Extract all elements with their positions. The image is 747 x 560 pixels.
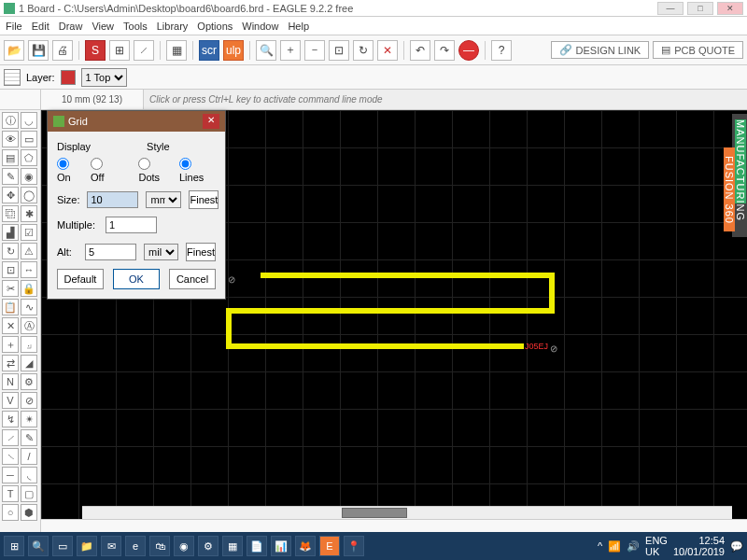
copy-icon[interactable]: ⿻ <box>2 205 19 222</box>
zoom-fit-icon[interactable]: 🔍 <box>256 40 276 61</box>
notepad-icon[interactable]: 📄 <box>247 536 267 556</box>
poly2-icon[interactable]: ⬢ <box>21 504 37 521</box>
paste-icon[interactable]: 📋 <box>2 299 19 315</box>
wire-icon[interactable]: ─ <box>2 467 19 483</box>
erc-icon[interactable]: ⚠ <box>21 243 37 259</box>
design-link-button[interactable]: 🔗DESIGN LINK <box>551 41 650 59</box>
app3-icon[interactable]: 📍 <box>344 536 364 556</box>
sch-icon[interactable]: S <box>85 40 106 61</box>
save-icon[interactable]: 💾 <box>28 40 49 61</box>
name-icon[interactable]: N <box>2 373 19 390</box>
size-finest-button[interactable]: Finest <box>189 190 218 209</box>
layer-select[interactable]: 1 Top <box>81 68 127 87</box>
clock[interactable]: 12:54 10/01/2019 <box>673 535 725 557</box>
board-icon[interactable]: ⊞ <box>109 40 130 61</box>
optimize-icon[interactable]: ⚙ <box>21 373 37 390</box>
tray-up-icon[interactable]: ^ <box>598 540 602 552</box>
dimension-icon[interactable]: ↔ <box>21 261 37 278</box>
miter-icon[interactable]: ◢ <box>21 355 37 371</box>
cut-icon[interactable]: ✂ <box>2 280 19 297</box>
volume-icon[interactable]: 🔊 <box>627 540 640 553</box>
style-lines-option[interactable]: Lines <box>179 158 216 183</box>
size-unit-select[interactable]: mm <box>146 191 181 208</box>
taskview-icon[interactable]: ▭ <box>52 536 73 556</box>
stop-icon[interactable]: — <box>458 40 479 61</box>
settings-icon[interactable]: ⚙ <box>198 536 218 556</box>
ulp-icon[interactable]: ulp <box>223 40 244 61</box>
mirror-icon[interactable]: ▟ <box>2 224 19 241</box>
grid-icon[interactable] <box>4 69 21 86</box>
menu-options[interactable]: Options <box>197 21 233 32</box>
open-icon[interactable]: 📂 <box>4 40 24 61</box>
menu-file[interactable]: File <box>6 21 22 32</box>
circle-icon[interactable]: ○ <box>2 504 19 521</box>
menu-edit[interactable]: Edit <box>32 21 49 32</box>
size-input[interactable] <box>87 191 138 208</box>
edge-icon[interactable]: e <box>125 536 146 556</box>
attribute-icon[interactable]: Ⓐ <box>21 317 37 334</box>
line-icon[interactable]: / <box>21 448 37 465</box>
help-icon[interactable]: ? <box>491 40 512 61</box>
change-icon[interactable]: ✎ <box>21 429 37 446</box>
redo-icon[interactable]: ↷ <box>434 40 455 61</box>
dialog-titlebar[interactable]: Grid ✕ <box>48 111 225 132</box>
menu-view[interactable]: View <box>92 21 114 32</box>
network-icon[interactable]: 📶 <box>608 540 621 553</box>
redraw-icon[interactable]: ↻ <box>353 40 374 61</box>
manufacturing-panel-tab[interactable]: MANUFACTURING <box>735 119 746 203</box>
display-on-option[interactable]: On <box>57 158 83 183</box>
maximize-button[interactable]: □ <box>687 2 713 15</box>
store-icon[interactable]: 🛍 <box>149 536 170 556</box>
scroll-thumb[interactable] <box>342 508 407 518</box>
firefox-icon[interactable]: 🦊 <box>295 536 316 556</box>
fusion360-panel-tab[interactable]: FUSION 360 <box>724 147 735 231</box>
language-indicator[interactable]: ENG <box>645 535 668 546</box>
value-icon[interactable]: V <box>2 392 19 409</box>
default-button[interactable]: Default <box>57 269 104 289</box>
display-off-option[interactable]: Off <box>91 158 117 183</box>
system-tray[interactable]: ^ 📶 🔊 ENG UK 12:54 10/01/2019 💬 <box>598 535 743 557</box>
curve-icon[interactable]: ◟ <box>21 467 37 483</box>
chrome-icon[interactable]: ◉ <box>174 536 194 556</box>
mark-icon[interactable]: ✎ <box>2 168 19 185</box>
undo-icon[interactable]: ↶ <box>410 40 430 61</box>
pcb-quote-button[interactable]: ▤PCB QUOTE <box>653 41 743 59</box>
horizontal-scrollbar[interactable] <box>82 506 732 519</box>
meander-icon[interactable]: ⟓ <box>21 336 37 353</box>
alt-unit-select[interactable]: mil <box>144 244 178 260</box>
split-icon[interactable]: ↯ <box>2 411 19 427</box>
zoom-out-icon[interactable]: － <box>304 40 325 61</box>
close-button[interactable]: ✕ <box>717 2 743 15</box>
start-button[interactable]: ⊞ <box>4 536 24 556</box>
group-icon[interactable]: ⊡ <box>2 261 19 278</box>
via-icon[interactable]: ◉ <box>21 168 37 185</box>
print-icon[interactable]: 🖨 <box>52 40 73 61</box>
rect-icon[interactable]: ▭ <box>21 131 37 147</box>
info-icon[interactable]: ⓘ <box>2 112 19 129</box>
menu-tools[interactable]: Tools <box>123 21 148 32</box>
text-icon[interactable]: T <box>2 485 19 502</box>
ratsnest-icon[interactable]: ✱ <box>21 205 37 222</box>
alt-input[interactable] <box>85 244 136 260</box>
ripup-icon[interactable]: ⟍ <box>2 448 19 465</box>
scr-icon[interactable]: scr <box>199 40 219 61</box>
mail-icon[interactable]: ✉ <box>101 536 121 556</box>
command-line-input[interactable] <box>144 90 747 109</box>
notifications-icon[interactable]: 💬 <box>730 540 743 553</box>
route-icon[interactable]: ⟋ <box>134 40 154 61</box>
polygon-icon[interactable]: ⬠ <box>21 149 37 166</box>
layer-color-swatch[interactable] <box>61 70 76 85</box>
app2-icon[interactable]: 📊 <box>271 536 291 556</box>
layer-icon[interactable]: ▤ <box>2 149 19 166</box>
smash-icon[interactable]: ✴ <box>21 411 37 427</box>
menu-help[interactable]: Help <box>288 21 309 32</box>
signal-icon[interactable]: ∿ <box>21 299 37 315</box>
menu-draw[interactable]: Draw <box>59 21 83 32</box>
show-icon[interactable]: 👁 <box>2 131 19 147</box>
minimize-button[interactable]: — <box>657 2 684 15</box>
replace-icon[interactable]: ⇄ <box>2 355 19 371</box>
menu-library[interactable]: Library <box>157 21 189 32</box>
slot-icon[interactable]: ⊘ <box>21 392 37 409</box>
keyboard-indicator[interactable]: UK <box>645 546 668 557</box>
rotate-icon[interactable]: ↻ <box>2 243 19 259</box>
